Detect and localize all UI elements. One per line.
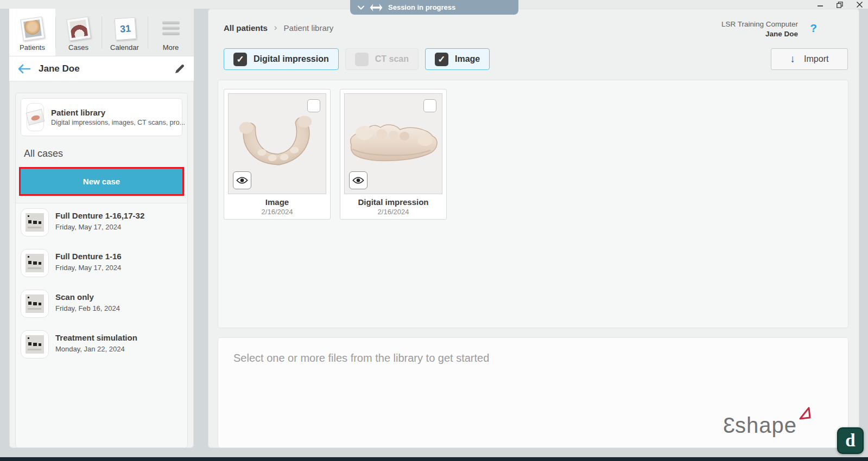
filter-label: Image — [455, 54, 480, 64]
selection-hint-text: Select one or more files from the librar… — [233, 352, 489, 364]
session-in-progress-bar[interactable]: Session in progress — [350, 0, 518, 15]
computer-name: LSR Training Computer — [721, 20, 798, 29]
library-file-panel: Image 2/16/2024 — [218, 80, 848, 328]
filter-ct-scan[interactable]: CT scan — [345, 48, 419, 70]
case-date: Friday, May 17, 2024 — [55, 223, 144, 231]
new-case-button[interactable]: New case — [19, 167, 184, 196]
tab-patients[interactable]: Patients — [9, 9, 55, 56]
filter-label: Digital impression — [254, 54, 329, 64]
account-info: LSR Training Computer Jane Doe — [721, 20, 798, 39]
file-meta: Digital impression 2/16/2024 — [344, 194, 442, 219]
filter-row: ✓ Digital impression CT scan ✓ Image — [224, 48, 490, 70]
digital-impression-scan-image — [346, 111, 441, 176]
patient-header: Jane Doe — [9, 56, 194, 81]
tab-more-label: More — [163, 43, 179, 52]
main-panel: All patients › Patient library LSR Train… — [208, 9, 859, 448]
file-card-image[interactable]: Image 2/16/2024 — [224, 89, 331, 220]
tab-cases[interactable]: Cases — [55, 9, 102, 56]
file-card-digital-impression[interactable]: Digital impression 2/16/2024 — [340, 89, 447, 220]
checkbox-checked-icon: ✓ — [233, 53, 247, 66]
help-icon[interactable]: ? — [810, 22, 817, 35]
patient-library-subtitle: Digital impressions, images, CT scans, p… — [51, 119, 185, 126]
download-arrow-icon: ↓ — [790, 53, 796, 65]
3shape-logo-text: shape — [735, 413, 797, 437]
session-label: Session in progress — [388, 3, 455, 11]
cases-icon — [66, 17, 92, 41]
calendar-icon: 31 — [112, 17, 138, 41]
checkbox-unchecked-icon — [355, 53, 369, 66]
preview-eye-button[interactable] — [233, 171, 251, 189]
case-date: Friday, Feb 16, 2024 — [55, 304, 120, 312]
case-list-item[interactable]: Full Denture 1-16 Friday, May 17, 2024 — [21, 249, 187, 277]
dental-desktop-overlay-icon[interactable]: d — [837, 427, 864, 454]
case-thumbnail-icon — [21, 208, 49, 236]
tab-patients-label: Patients — [20, 43, 45, 52]
teamviewer-icon — [370, 3, 383, 12]
case-title: Full Denture 1-16 — [55, 249, 122, 261]
import-label: Import — [804, 54, 828, 64]
logged-in-user: Jane Doe — [721, 29, 798, 39]
case-title: Treatment simulation — [55, 330, 137, 342]
patient-library-icon — [27, 103, 44, 131]
eye-icon — [236, 176, 248, 184]
breadcrumb: All patients › Patient library — [224, 22, 333, 33]
restore-button[interactable] — [835, 1, 844, 9]
tab-cases-label: Cases — [68, 43, 88, 52]
case-list-item[interactable]: Full Denture 1-16,17-32 Friday, May 17, … — [21, 208, 187, 236]
back-button[interactable] — [18, 64, 31, 74]
minimize-button[interactable] — [816, 1, 825, 9]
filter-label: CT scan — [375, 54, 409, 64]
sidebar-section: Patient library Digital impressions, ima… — [15, 93, 188, 448]
tab-more[interactable]: More — [148, 9, 194, 56]
case-thumbnail-icon — [21, 290, 49, 318]
all-cases-heading: All cases — [24, 148, 187, 159]
file-select-checkbox[interactable] — [307, 99, 320, 112]
file-preview — [228, 93, 326, 194]
chevron-down-icon[interactable] — [358, 5, 364, 10]
preview-eye-button[interactable] — [349, 171, 368, 189]
chevron-right-icon: › — [274, 22, 277, 33]
case-thumbnail-icon — [21, 249, 49, 277]
checkbox-checked-icon: ✓ — [435, 53, 448, 66]
d-letter: d — [845, 431, 855, 451]
module-tabbar: Patients Cases 31 Calendar More — [9, 9, 194, 56]
file-title: Image — [265, 197, 289, 207]
import-button[interactable]: ↓ Import — [771, 48, 848, 70]
3shape-logo-3: 3 — [723, 413, 735, 438]
patients-icon — [20, 17, 46, 41]
file-select-checkbox[interactable] — [423, 99, 436, 112]
case-thumbnail-icon — [21, 330, 49, 358]
case-list-item[interactable]: Treatment simulation Monday, Jan 22, 202… — [21, 330, 187, 358]
breadcrumb-all-patients[interactable]: All patients — [224, 23, 268, 33]
eye-icon — [352, 176, 364, 184]
sidebar: Patients Cases 31 Calendar More Jane Doe… — [9, 9, 194, 448]
file-title: Digital impression — [358, 197, 428, 207]
case-list-item[interactable]: Scan only Friday, Feb 16, 2024 — [21, 290, 187, 318]
3shape-logo: 3shape — [723, 413, 811, 438]
3shape-logo-mark-icon — [798, 407, 812, 423]
edit-patient-button[interactable] — [174, 63, 185, 74]
tab-calendar[interactable]: 31 Calendar — [102, 9, 148, 56]
case-title: Scan only — [55, 290, 120, 302]
bottom-edge-strip — [0, 457, 868, 461]
file-date: 2/16/2024 — [378, 208, 409, 216]
patient-library-title: Patient library — [51, 108, 185, 117]
close-button[interactable] — [855, 1, 864, 9]
case-title: Full Denture 1-16,17-32 — [55, 208, 144, 220]
patient-library-card[interactable]: Patient library Digital impressions, ima… — [21, 98, 182, 136]
tab-calendar-label: Calendar — [110, 43, 139, 52]
file-date: 2/16/2024 — [262, 208, 293, 216]
filter-image[interactable]: ✓ Image — [425, 48, 490, 70]
case-date: Friday, May 17, 2024 — [55, 264, 122, 272]
case-list: Full Denture 1-16,17-32 Friday, May 17, … — [16, 203, 187, 447]
filter-digital-impression[interactable]: ✓ Digital impression — [224, 48, 339, 70]
window-controls — [816, 0, 864, 9]
case-date: Monday, Jan 22, 2024 — [55, 345, 137, 353]
breadcrumb-patient-library: Patient library — [284, 23, 334, 33]
selection-hint-panel: Select one or more files from the librar… — [218, 337, 848, 448]
more-icon — [158, 17, 184, 41]
patient-name: Jane Doe — [39, 63, 167, 74]
file-preview — [344, 93, 442, 194]
file-meta: Image 2/16/2024 — [228, 194, 326, 219]
